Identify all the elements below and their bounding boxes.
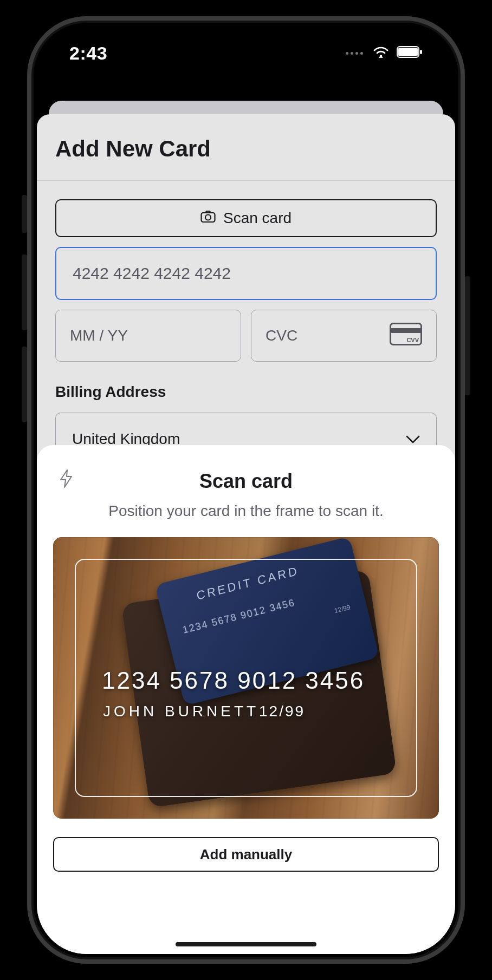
svg-rect-2 — [398, 48, 418, 56]
svg-text:CVV: CVV — [406, 337, 419, 343]
phone-side-button — [22, 195, 27, 233]
cellular-dots-icon — [346, 52, 363, 55]
home-indicator[interactable] — [176, 942, 316, 946]
status-bar: 2:43 — [37, 26, 455, 80]
expiry-field[interactable] — [55, 310, 241, 362]
add-card-sheet: Add New Card Scan card — [37, 114, 455, 954]
card-number-input[interactable] — [55, 247, 437, 300]
cvv-card-icon: CVV — [390, 323, 422, 349]
wifi-icon — [373, 46, 389, 60]
scan-card-button[interactable]: Scan card — [55, 199, 437, 237]
scan-card-bottom-sheet: Scan card Position your card in the fram… — [37, 445, 455, 954]
page-title: Add New Card — [55, 136, 437, 162]
phone-side-button — [22, 254, 27, 330]
svg-point-5 — [205, 215, 211, 220]
scan-sheet-title: Scan card — [53, 470, 439, 493]
scan-camera-viewport[interactable]: CREDIT CARD 1234 5678 9012 3456 12/99 12… — [53, 537, 439, 819]
detected-card-number: 1234 5678 9012 3456 — [102, 667, 365, 694]
detected-card-expiry: 12/99 — [259, 703, 305, 720]
status-time: 2:43 — [69, 43, 107, 64]
add-manually-button[interactable]: Add manually — [53, 837, 439, 872]
add-manually-label: Add manually — [200, 846, 292, 863]
scan-sheet-subtitle: Position your card in the frame to scan … — [53, 502, 439, 520]
phone-side-button — [22, 347, 27, 422]
phone-side-button — [465, 276, 470, 395]
cvc-input[interactable] — [266, 327, 390, 344]
detected-card-name: JOHN BURNETT — [103, 703, 259, 720]
cvc-field[interactable]: CVV — [251, 310, 437, 362]
camera-icon — [200, 210, 216, 227]
battery-icon — [397, 46, 423, 60]
svg-rect-7 — [391, 328, 422, 333]
lightning-icon[interactable] — [59, 469, 74, 491]
scan-card-button-label: Scan card — [223, 210, 292, 227]
svg-rect-3 — [420, 50, 422, 54]
phone-frame: 2:43 Add New Card — [27, 16, 465, 964]
expiry-input[interactable] — [70, 327, 226, 344]
svg-point-0 — [380, 55, 383, 58]
billing-address-label: Billing Address — [55, 383, 437, 401]
